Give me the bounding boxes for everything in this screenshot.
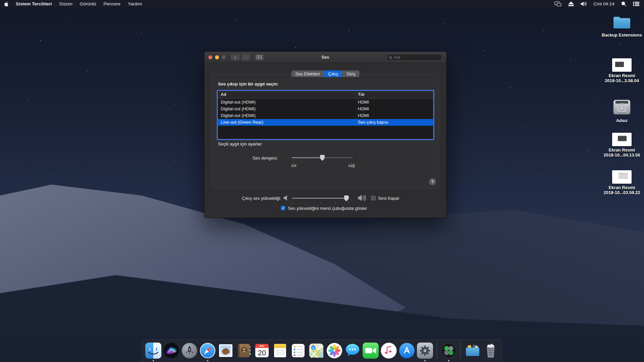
desktop-icon-backup-extensions[interactable]: Backup Extensions (602, 15, 642, 38)
output-volume-slider[interactable] (292, 195, 349, 202)
dock-maps-icon[interactable]: A 3D (308, 343, 324, 359)
desktop-icon-label: Ekran Resmi2018-10...03.59.22 (603, 185, 640, 195)
device-list-heading: Ses çıkışı için bir aygıt seçin: (218, 81, 279, 86)
zoom-button-disabled (222, 55, 226, 59)
folder-icon (612, 15, 631, 31)
tab-giris[interactable]: Giriş (342, 70, 360, 77)
dock-facetime-icon[interactable] (363, 343, 379, 359)
dock-mail-icon[interactable] (218, 343, 234, 359)
dock-calendar-icon[interactable]: EKİ 20 (254, 343, 270, 359)
spotlight-icon[interactable] (618, 0, 630, 8)
selected-device-settings-heading: Seçili aygıt için ayarlar: (218, 141, 263, 146)
notification-center-icon[interactable] (630, 0, 644, 8)
desktop-icon-adsiz-disk[interactable]: Adsız (602, 99, 642, 123)
dock-trash-icon[interactable] (483, 343, 499, 359)
speaker-loud-icon (358, 194, 368, 201)
mute-checkbox-label[interactable]: Sesi Kapat (378, 196, 399, 201)
minimize-button[interactable] (215, 55, 219, 59)
volume-icon[interactable] (577, 0, 590, 8)
device-row[interactable]: Line-out (Green Rear) Ses çıkış kapısı (218, 119, 433, 126)
grid-icon (257, 55, 262, 59)
desktop-icon-screenshot-1[interactable]: Ekran Resmi2018-10...3.58.04 (602, 58, 642, 83)
balance-label: Ses dengesi: (212, 156, 278, 161)
preferences-search-field[interactable] (387, 54, 442, 61)
screen-mirroring-icon[interactable] (551, 0, 565, 8)
device-row[interactable]: Digital-out (HDMI) HDMI (218, 112, 433, 119)
balance-slider[interactable]: sol sağ (292, 155, 353, 161)
menu-bar: Sistem Tercihleri Düzen Görüntü Pencere … (0, 0, 644, 8)
output-volume-label: Çıkış ses yüksekliği: (204, 196, 281, 201)
show-volume-in-menubar-label[interactable]: Ses yüksekliğini menü çubuğunda göster (288, 206, 367, 211)
dock-app-store-icon[interactable] (399, 343, 415, 359)
dock-siri-icon[interactable] (163, 343, 179, 359)
desktop-icon-label: Ekran Resmi2018-10...3.58.04 (605, 73, 639, 83)
screenshot-thumbnail-icon (612, 170, 632, 184)
dock-system-preferences-icon[interactable] (417, 343, 433, 359)
screenshot-thumbnail-icon (612, 58, 632, 72)
dock: EKİ 20 A 3D (142, 340, 502, 362)
sound-preferences-window: ‹ › Ses Ses Efektleri Çıkış Giriş Ses çı… (204, 52, 446, 218)
dock-finder-icon[interactable] (145, 343, 161, 359)
svg-text:3D: 3D (320, 351, 323, 353)
show-volume-in-menubar-checkbox[interactable] (281, 206, 285, 210)
menu-item-duzen[interactable]: Düzen (56, 0, 76, 8)
dock-divider (437, 342, 437, 359)
dock-notes-icon[interactable] (272, 343, 288, 359)
dock-photos-icon[interactable] (326, 343, 342, 359)
back-button[interactable]: ‹ (230, 54, 240, 61)
speaker-quiet-icon (283, 195, 289, 201)
dock-messages-icon[interactable] (344, 343, 361, 359)
menu-bar-clock[interactable]: Cmt 04:14 (590, 1, 618, 6)
balance-caption-right: sağ (348, 163, 355, 168)
output-device-table[interactable]: Ad Tür Digital-out (HDMI) HDMI Digital-o… (218, 91, 433, 139)
close-button[interactable] (208, 55, 212, 59)
dock-itunes-icon[interactable] (381, 343, 397, 359)
apple-menu-icon[interactable] (0, 1, 12, 7)
hard-disk-icon (612, 99, 631, 117)
tab-ses-efektleri[interactable]: Ses Efektleri (291, 70, 324, 77)
svg-text:EKİ: EKİ (260, 345, 264, 348)
window-titlebar[interactable]: ‹ › Ses (204, 52, 446, 63)
traffic-lights (204, 55, 226, 59)
help-button[interactable]: ? (429, 178, 436, 185)
balance-fill (292, 157, 322, 158)
output-tab-panel: Ses çıkışı için bir aygıt seçin: Ad Tür … (212, 74, 439, 189)
search-icon (389, 56, 392, 59)
svg-text:20: 20 (258, 349, 266, 357)
forward-button: › (241, 54, 251, 61)
dock-clover-icon[interactable] (441, 343, 457, 359)
menu-item-goruntu[interactable]: Görüntü (76, 0, 100, 8)
column-header-tur[interactable]: Tür (355, 91, 433, 99)
dock-launchpad-icon[interactable] (181, 343, 198, 359)
device-row[interactable]: Digital-out (HDMI) HDMI (218, 106, 433, 112)
table-header-row: Ad Tür (218, 91, 433, 99)
menu-item-yardim[interactable]: Yardım (124, 0, 146, 8)
desktop-icon-label: Adsız (616, 118, 628, 123)
dock-contacts-icon[interactable] (236, 343, 252, 359)
dock-divider (461, 342, 461, 359)
balance-slider-thumb[interactable] (320, 155, 325, 161)
desktop-icon-label: Backup Extensions (602, 33, 642, 38)
search-input[interactable] (392, 55, 440, 60)
desktop-icon-screenshot-2[interactable]: Ekran Resmi2018-10...04.13.50 (602, 133, 642, 158)
menu-item-pencere[interactable]: Pencere (100, 0, 124, 8)
show-all-preferences-button[interactable] (255, 54, 264, 61)
menu-item-app-name[interactable]: Sistem Tercihleri (12, 0, 56, 8)
mute-checkbox[interactable] (371, 196, 376, 200)
output-volume-fill (292, 198, 346, 199)
desktop-icon-screenshot-3[interactable]: Ekran Resmi2018-10...03.59.22 (602, 170, 642, 195)
desktop-icon-label: Ekran Resmi2018-10...04.13.50 (603, 147, 640, 158)
screenshot-thumbnail-icon (612, 133, 632, 146)
eject-icon[interactable] (565, 0, 577, 8)
dock-reminders-icon[interactable] (290, 343, 306, 359)
svg-text:A: A (312, 346, 315, 350)
device-row[interactable]: Digital-out (HDMI) HDMI (218, 99, 433, 106)
column-header-ad[interactable]: Ad (218, 91, 355, 99)
sound-tab-bar: Ses Efektleri Çıkış Giriş (204, 70, 446, 77)
tab-cikis[interactable]: Çıkış (324, 70, 342, 77)
dock-safari-icon[interactable] (200, 343, 216, 359)
dock-downloads-folder-icon[interactable] (465, 343, 481, 359)
balance-caption-left: sol (291, 163, 296, 168)
output-volume-thumb[interactable] (344, 195, 349, 201)
